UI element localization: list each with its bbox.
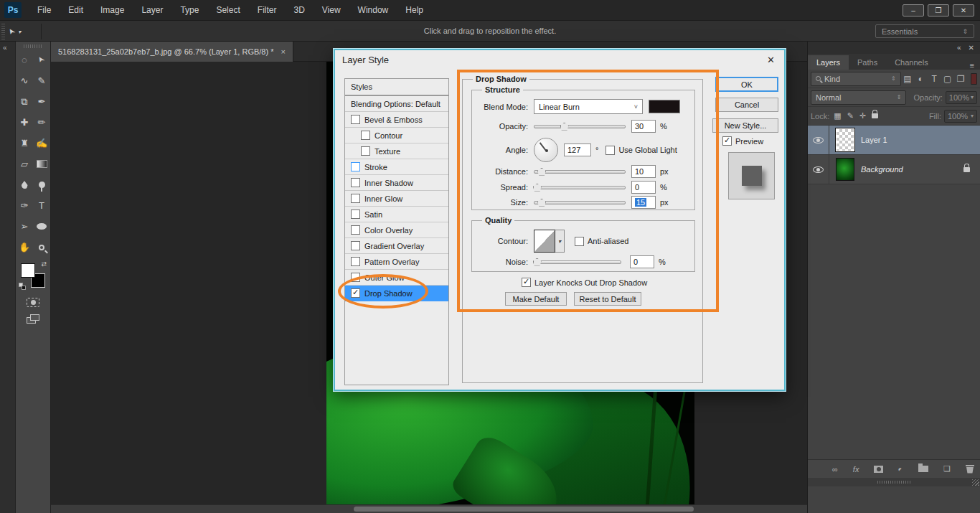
zoom-tool[interactable] [33,237,50,258]
panel-resize-grip[interactable] [808,478,980,486]
foreground-color-swatch[interactable] [21,263,35,278]
link-layers-button[interactable]: ∞ [832,465,838,474]
ok-button[interactable]: OK [715,77,778,92]
brush-tool[interactable]: ✏ [33,112,50,133]
swap-colors-icon[interactable]: ⇄ [41,260,47,268]
style-item-outer-glow[interactable]: Outer Glow [345,270,448,286]
style-item-satin[interactable]: Satin [345,207,448,222]
screen-mode-button[interactable] [27,314,39,324]
quick-mask-button[interactable] [27,298,39,307]
blur-tool[interactable] [16,174,33,195]
healing-brush-tool[interactable]: ✚ [16,112,33,133]
minimize-button[interactable]: – [903,4,924,17]
style-item-blending-options[interactable]: Blending Options: Default [345,96,448,112]
clone-stamp-tool[interactable]: ♜ [16,133,33,154]
contour-dropdown-icon[interactable]: ▾ [555,230,565,253]
menu-select[interactable]: Select [207,1,248,19]
document-tab[interactable]: 5168283131_25a02b7eb7_b.jpg @ 66.7% (Lay… [51,42,293,62]
visibility-cell[interactable] [808,155,829,184]
anti-aliased-checkbox[interactable] [575,237,584,246]
filter-shape-layers-button[interactable]: ▢ [941,74,954,84]
slider-thumb[interactable] [560,123,569,131]
layer-name[interactable]: Layer 1 [861,136,887,144]
tab-close-icon[interactable]: × [281,47,285,56]
checkbox[interactable] [361,146,370,156]
preview-checkbox[interactable] [722,136,732,146]
filter-kind-dropdown[interactable]: Kind ⇕ [811,72,901,86]
menu-help[interactable]: Help [397,1,432,19]
noise-slider[interactable] [534,260,621,264]
collapse-panel-icon[interactable]: « [957,44,961,52]
workspace-switcher[interactable]: Essentials ⇕ [875,24,974,38]
checkbox[interactable] [351,241,360,250]
lock-paint-icon[interactable]: ✎ [847,111,854,121]
layer-name[interactable]: Background [861,165,903,174]
distance-slider[interactable] [534,170,626,174]
slider-thumb[interactable] [537,168,546,176]
new-style-button[interactable]: New Style... [712,118,778,133]
size-slider[interactable] [534,201,626,204]
move-tool[interactable]: ➤ [33,50,50,70]
blend-mode-select[interactable]: Linear Burn ˅ [534,99,643,114]
size-input[interactable]: 15 [631,196,656,209]
style-item-bevel-emboss[interactable]: Bevel & Emboss [345,112,448,128]
history-brush-tool[interactable]: ✍ [33,133,50,154]
type-tool[interactable]: T [33,195,50,216]
style-item-pattern-overlay[interactable]: Pattern Overlay [345,254,448,270]
gradient-tool[interactable] [33,154,50,174]
filter-pixel-layers-button[interactable]: ▤ [901,74,915,84]
blend-mode-dropdown[interactable]: Normal ⇕ [811,90,906,105]
slider-thumb[interactable] [533,258,542,266]
filter-type-layers-button[interactable]: T [928,74,941,84]
new-group-button[interactable] [918,466,928,472]
menu-image[interactable]: Image [92,1,133,19]
slider-thumb[interactable] [537,199,546,207]
style-item-stroke[interactable]: Stroke [345,159,448,175]
menu-3d[interactable]: 3D [285,1,313,19]
checkbox[interactable] [351,194,360,203]
knockout-checkbox[interactable] [522,278,531,287]
collapse-panel-icon[interactable]: « [3,44,6,52]
background-thumbnail[interactable] [836,158,854,181]
close-panel-icon[interactable]: ✕ [969,44,974,52]
layer-effects-button[interactable]: fx [853,465,859,474]
cancel-button[interactable]: Cancel [715,98,778,112]
style-item-color-overlay[interactable]: Color Overlay [345,222,448,238]
add-layer-mask-button[interactable] [874,466,883,473]
use-global-light-checkbox[interactable] [606,146,615,155]
opacity-dropdown[interactable]: 100% ▾ [946,91,977,104]
checkbox[interactable] [351,273,360,282]
ellipse-shape-tool[interactable] [33,216,50,237]
layer-row-layer1[interactable]: Layer 1 [808,126,980,155]
menu-edit[interactable]: Edit [60,1,92,19]
eraser-tool[interactable]: ▱ [16,154,33,174]
fill-dropdown[interactable]: 100% ▾ [944,110,977,123]
elliptical-marquee-tool[interactable]: ◌ [16,50,33,70]
style-item-gradient-overlay[interactable]: Gradient Overlay [345,238,448,254]
delete-layer-button[interactable] [966,465,974,474]
new-layer-button[interactable]: ❏ [943,464,951,474]
opacity-slider[interactable] [534,125,626,128]
menu-file[interactable]: File [29,1,60,19]
angle-dial[interactable] [534,138,558,162]
lasso-tool[interactable]: ∿ [16,70,33,91]
checkbox[interactable] [351,115,360,124]
crop-tool[interactable]: ⧉ [16,91,33,112]
dodge-tool[interactable] [33,174,50,195]
style-item-texture[interactable]: Texture [345,143,448,159]
visibility-cell[interactable] [808,126,829,154]
tools-panel-grip[interactable] [24,44,42,48]
tab-paths[interactable]: Paths [849,55,886,70]
default-colors-icon[interactable] [19,283,26,290]
noise-input[interactable]: 0 [630,255,654,268]
panel-menu-icon[interactable]: ≡ [970,61,980,70]
checkbox[interactable] [351,178,360,187]
dialog-close-icon[interactable]: ✕ [767,55,775,65]
horizontal-scrollbar[interactable] [51,504,807,513]
angle-input[interactable]: 127 [564,143,591,156]
checkbox[interactable] [361,131,370,140]
tab-channels[interactable]: Channels [886,55,936,70]
lock-transparency-icon[interactable]: ▦ [834,111,841,121]
spread-input[interactable]: 0 [631,181,656,194]
restore-button[interactable]: ❐ [928,4,949,17]
